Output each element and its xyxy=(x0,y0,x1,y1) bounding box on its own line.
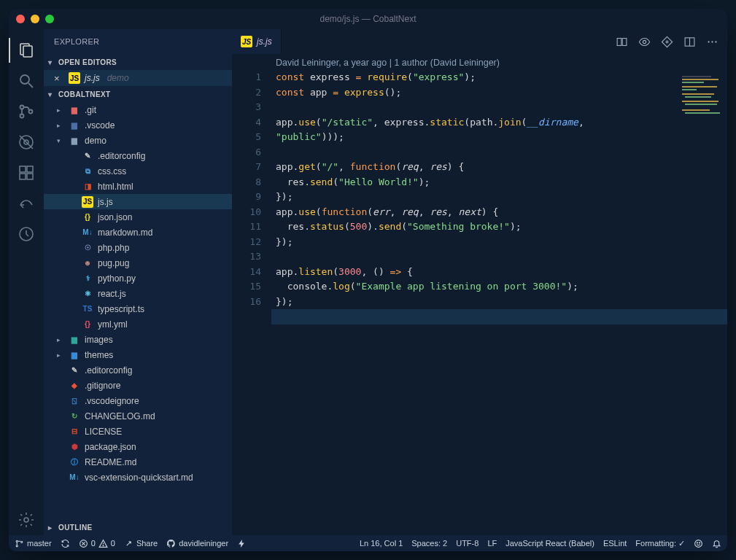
more-icon[interactable] xyxy=(706,36,718,48)
tree-item-label: README.md xyxy=(85,457,136,467)
tree-item--editorconfig[interactable]: ✎.editorconfig xyxy=(44,148,232,163)
live-share-icon[interactable] xyxy=(9,188,44,219)
split-editor-icon[interactable] xyxy=(683,36,696,48)
tree-item-js-js[interactable]: JSjs.js xyxy=(44,194,232,209)
svg-rect-11 xyxy=(27,166,33,172)
js-file-icon: JS xyxy=(241,36,252,47)
code-lines[interactable]: const express = require("express");const… xyxy=(271,70,727,535)
problems[interactable]: 0 0 xyxy=(79,539,115,548)
close-window[interactable] xyxy=(16,15,25,23)
minimize-window[interactable] xyxy=(31,15,39,23)
tree-item-json-json[interactable]: {}json.json xyxy=(44,209,232,225)
tree-item--editorconfig[interactable]: ✎.editorconfig xyxy=(44,362,232,378)
source-control-icon[interactable] xyxy=(9,96,44,127)
tree-item-label: json.json xyxy=(98,212,132,222)
eol[interactable]: LF xyxy=(487,539,497,548)
svg-point-33 xyxy=(695,540,702,547)
open-editors-section[interactable]: ▾ OPEN EDITORS xyxy=(44,54,232,70)
tree-item-label: LICENSE xyxy=(85,427,122,437)
tree-item-css-css[interactable]: ⧉css.css xyxy=(44,163,232,179)
tree-item-yml-yml[interactable]: {}yml.yml xyxy=(44,316,232,332)
tree-item-label: .editorconfig xyxy=(85,365,132,376)
maximize-window[interactable] xyxy=(45,15,54,23)
cursor-position[interactable]: Ln 16, Col 1 xyxy=(360,539,403,548)
github-user[interactable]: davidleininger xyxy=(166,539,228,548)
language-mode[interactable]: JavaScript React (Babel) xyxy=(505,539,594,548)
tree-item-CHANGELOG-md[interactable]: ↻CHANGELOG.md xyxy=(44,408,232,424)
tree-item-pug-pug[interactable]: ☻pug.pug xyxy=(44,255,232,271)
editor-area: JS js.js David Leininger, a year ago | 1… xyxy=(232,29,727,535)
tree-item-label: php.php xyxy=(98,243,129,253)
open-editor-folder: demo xyxy=(107,73,129,83)
tree-item-label: demo xyxy=(85,136,106,146)
eslint-status[interactable]: ESLint xyxy=(603,539,627,548)
notifications-icon[interactable] xyxy=(712,539,721,548)
tree-item-label: vsc-extension-quickstart.md xyxy=(85,472,193,483)
debug-icon[interactable] xyxy=(9,127,44,158)
compare-icon[interactable] xyxy=(616,36,628,48)
explorer-icon[interactable] xyxy=(9,35,44,66)
chevron-icon: ▸ xyxy=(57,106,64,114)
minimap[interactable] xyxy=(679,74,724,133)
git-lens-icon[interactable] xyxy=(661,36,673,48)
timeline-icon[interactable] xyxy=(9,219,44,249)
tree-item-php-php[interactable]: ☉php.php xyxy=(44,240,232,255)
close-icon[interactable]: × xyxy=(54,73,64,84)
sync-icon[interactable] xyxy=(61,539,70,548)
tree-item-label: .editorconfig xyxy=(98,151,145,161)
tree-item-themes[interactable]: ▸▆themes xyxy=(44,347,232,362)
svg-point-32 xyxy=(103,545,104,545)
svg-point-4 xyxy=(20,106,24,109)
svg-rect-17 xyxy=(622,38,627,45)
svg-point-23 xyxy=(711,41,713,42)
tree-item--git[interactable]: ▸▆.git xyxy=(44,102,232,117)
svg-point-22 xyxy=(708,41,709,42)
preview-icon[interactable] xyxy=(638,36,651,48)
extensions-icon[interactable] xyxy=(9,158,44,188)
outline-section[interactable]: ▸ OUTLINE xyxy=(44,519,232,535)
tree-item-vsc-extension-quickstart-md[interactable]: M↓vsc-extension-quickstart.md xyxy=(44,470,232,485)
feedback-icon[interactable] xyxy=(694,539,703,548)
tab-js[interactable]: JS js.js xyxy=(232,29,282,54)
tree-item--gitignore[interactable]: ◆.gitignore xyxy=(44,378,232,393)
project-section[interactable]: ▾ COBALTNEXT xyxy=(44,86,232,102)
svg-point-2 xyxy=(20,75,29,84)
tree-item-label: markdown.md xyxy=(98,228,152,238)
tree-item-label: html.html xyxy=(98,182,133,192)
tree-item--vscode[interactable]: ▸▆.vscode xyxy=(44,117,232,133)
svg-rect-16 xyxy=(617,38,621,45)
tree-item-typescript-ts[interactable]: TStypescript.ts xyxy=(44,301,232,316)
window-title: demo/js.js — CobaltNext xyxy=(9,14,727,24)
settings-gear-icon[interactable] xyxy=(9,505,44,535)
tree-item-README-md[interactable]: ⓘREADME.md xyxy=(44,454,232,470)
tree-item-python-py[interactable]: ⚕python.py xyxy=(44,271,232,286)
tree-item-demo[interactable]: ▾▆demo xyxy=(44,133,232,148)
window: demo/js.js — CobaltNext xyxy=(9,9,727,551)
tree-item-label: .git xyxy=(85,105,96,115)
tree-item-images[interactable]: ▸▆images xyxy=(44,332,232,347)
tree-item-html-html[interactable]: ◨html.html xyxy=(44,179,232,194)
tree-item--vscodeignore[interactable]: ⍂.vscodeignore xyxy=(44,393,232,408)
tree-item-label: react.js xyxy=(98,289,126,299)
svg-point-24 xyxy=(715,41,716,42)
indentation[interactable]: Spaces: 2 xyxy=(411,539,447,548)
tree-item-LICENSE[interactable]: ⊟LICENSE xyxy=(44,424,232,439)
tree-item-package-json[interactable]: ⬢package.json xyxy=(44,439,232,454)
tree-item-label: css.css xyxy=(98,166,126,176)
git-branch[interactable]: master xyxy=(15,539,52,548)
chevron-icon: ▸ xyxy=(57,336,64,343)
formatting-status[interactable]: Formatting: ✓ xyxy=(635,539,685,548)
svg-point-6 xyxy=(29,110,33,114)
live-share[interactable]: Share xyxy=(124,539,158,548)
svg-point-27 xyxy=(21,541,23,542)
encoding[interactable]: UTF-8 xyxy=(456,539,479,548)
open-editor-item[interactable]: × JS js.js demo xyxy=(44,70,232,86)
tree-item-label: .gitignore xyxy=(85,381,120,391)
svg-point-25 xyxy=(16,540,18,542)
code-editor[interactable]: 1234 5678910111213141516 const express =… xyxy=(232,70,727,535)
tree-item-markdown-md[interactable]: M↓markdown.md xyxy=(44,225,232,240)
thunderbolt-icon[interactable] xyxy=(237,539,247,548)
search-icon[interactable] xyxy=(9,66,44,96)
activity-bar xyxy=(9,29,44,535)
tree-item-react-js[interactable]: ⚛react.js xyxy=(44,286,232,301)
